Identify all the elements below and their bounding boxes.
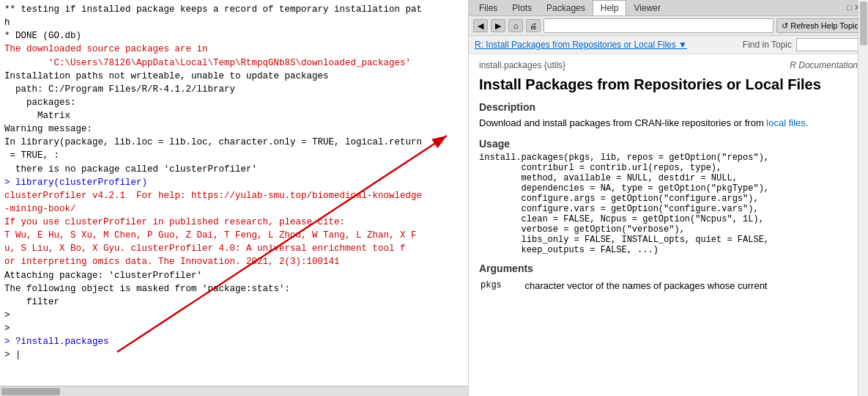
console-line: * DONE (GO.db) bbox=[4, 29, 464, 43]
console-line: or interpreting omics data. The Innovati… bbox=[4, 255, 464, 268]
back-button[interactable]: ◀ bbox=[473, 19, 488, 32]
console-panel: ** testing if installed package keeps a … bbox=[0, 0, 469, 396]
console-line: packages: bbox=[4, 96, 464, 109]
help-panel: Files Plots Packages Help Viewer □ ✕ ◀ ▶… bbox=[469, 0, 868, 396]
section-arguments-body: pkgs character vector of the names of pa… bbox=[479, 277, 858, 295]
console-line: If you use clusterProfiler in published … bbox=[4, 216, 464, 229]
console-line: > bbox=[4, 322, 464, 335]
tab-packages[interactable]: Packages bbox=[539, 1, 593, 15]
console-output[interactable]: ** testing if installed package keeps a … bbox=[0, 0, 468, 386]
console-line: there is no package called 'clusterProfi… bbox=[4, 163, 464, 176]
vertical-scrollbar[interactable] bbox=[858, 0, 868, 396]
section-usage-code: install.packages(pkgs, lib, repos = getO… bbox=[479, 153, 858, 255]
console-line: filter bbox=[4, 296, 464, 309]
console-line: u, S Liu, X Bo, X Gyu. clusterProfiler 4… bbox=[4, 242, 464, 255]
console-line: clusterProfiler v4.2.1 For help: https:/… bbox=[4, 189, 464, 202]
section-description-title: Description bbox=[479, 101, 858, 113]
console-line: Matrix bbox=[4, 109, 464, 122]
r-documentation-label: R Documentation bbox=[790, 60, 858, 70]
forward-button[interactable]: ▶ bbox=[491, 19, 505, 32]
section-usage-title: Usage bbox=[479, 138, 858, 150]
console-line: The downloaded source packages are in bbox=[4, 43, 464, 56]
tab-viewer[interactable]: Viewer bbox=[626, 1, 667, 15]
help-title: Install Packages from Repositories or Lo… bbox=[479, 75, 858, 94]
find-in-topic-label: Find in Topic bbox=[743, 40, 792, 50]
console-line: path: C:/Program Files/R/R-4.1.2/library bbox=[4, 83, 464, 96]
help-header: install.packages {utils} R Documentation bbox=[479, 60, 858, 70]
console-line: Warning message: bbox=[4, 122, 464, 136]
console-line: -mining-book/ bbox=[4, 202, 464, 216]
scrollbar-thumb[interactable] bbox=[860, 1, 867, 45]
refresh-button[interactable]: ↺ Refresh Help Topic bbox=[776, 18, 864, 33]
section-description-body: Download and install packages from CRAN-… bbox=[479, 116, 858, 131]
console-line: The following object is masked from 'pac… bbox=[4, 282, 464, 296]
console-line: 'C:\Users\78126\AppData\Local\Temp\Rtmpq… bbox=[4, 56, 464, 70]
console-line: = TRUE, : bbox=[4, 149, 464, 162]
console-line: > | bbox=[4, 348, 464, 362]
console-line: > ?install.packages bbox=[4, 335, 464, 348]
package-name: install.packages {utils} bbox=[479, 60, 565, 70]
help-tab-bar: Files Plots Packages Help Viewer □ ✕ bbox=[469, 0, 868, 16]
help-nav-row: ◀ ▶ ⌂ 🖨 ↺ Refresh Help Topic bbox=[469, 16, 868, 36]
console-line: Attaching package: 'clusterProfiler' bbox=[4, 269, 464, 282]
help-search-input[interactable] bbox=[544, 18, 774, 33]
console-line: ** testing if installed package keeps a … bbox=[4, 3, 464, 16]
tab-files[interactable]: Files bbox=[472, 1, 505, 15]
console-line: In library(package, lib.loc = lib.loc, c… bbox=[4, 136, 464, 149]
print-button[interactable]: 🖨 bbox=[526, 19, 541, 32]
tab-help[interactable]: Help bbox=[593, 0, 627, 15]
home-button[interactable]: ⌂ bbox=[508, 19, 523, 32]
scrollbar-thumb[interactable] bbox=[1, 388, 60, 395]
find-in-topic-input[interactable] bbox=[796, 38, 862, 51]
breadcrumb-link[interactable]: R: Install Packages from Repositories or… bbox=[475, 40, 687, 50]
console-line: > library(clusterProfiler) bbox=[4, 176, 464, 189]
console-line: h bbox=[4, 16, 464, 29]
horizontal-scrollbar[interactable] bbox=[0, 386, 468, 396]
console-line: Installation paths not writeable, unable… bbox=[4, 70, 464, 83]
section-arguments-title: Arguments bbox=[479, 263, 858, 274]
tab-plots[interactable]: Plots bbox=[505, 1, 539, 15]
console-line: > bbox=[4, 309, 464, 322]
console-line: T Wu, E Hu, S Xu, M Chen, P Guo, Z Dai, … bbox=[4, 229, 464, 242]
breadcrumb-row: R: Install Packages from Repositories or… bbox=[469, 36, 868, 54]
help-content[interactable]: install.packages {utils} R Documentation… bbox=[469, 54, 868, 396]
